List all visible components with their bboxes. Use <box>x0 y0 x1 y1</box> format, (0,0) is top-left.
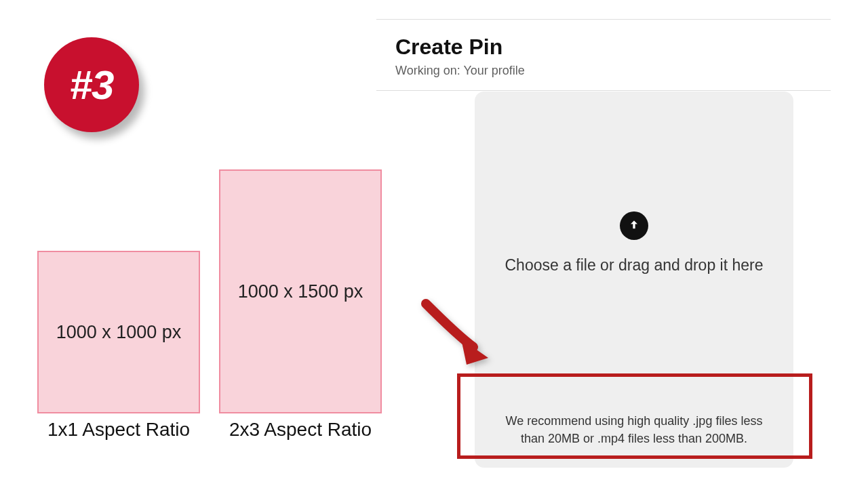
aspect-card-2x3: 1000 x 1500 px <box>219 169 382 413</box>
create-pin-subtitle: Working on: Your profile <box>395 64 831 78</box>
aspect-ratio-labels: 1x1 Aspect Ratio 2x3 Aspect Ratio <box>37 419 382 441</box>
red-arrow-icon <box>420 298 502 366</box>
upload-arrow-icon <box>620 211 648 240</box>
aspect-ratio-cards: 1000 x 1000 px 1000 x 1500 px <box>37 169 382 413</box>
upload-recommendation-text: We recommend using high quality .jpg fil… <box>475 396 793 468</box>
aspect-card-2x3-label: 2x3 Aspect Ratio <box>219 419 382 441</box>
create-pin-title: Create Pin <box>395 35 831 60</box>
aspect-card-2x3-dim: 1000 x 1500 px <box>238 281 363 302</box>
tip-number-text: #3 <box>70 62 114 108</box>
aspect-card-1x1-label: 1x1 Aspect Ratio <box>37 419 200 441</box>
aspect-card-1x1: 1000 x 1000 px <box>37 251 200 413</box>
create-pin-header: Create Pin Working on: Your profile <box>376 19 831 91</box>
tip-number-badge: #3 <box>44 37 139 132</box>
upload-dropzone-body: Choose a file or drag and drop it here <box>475 92 793 396</box>
upload-instruction-text: Choose a file or drag and drop it here <box>505 255 763 276</box>
aspect-card-1x1-dim: 1000 x 1000 px <box>56 322 182 343</box>
upload-dropzone[interactable]: Choose a file or drag and drop it here W… <box>475 92 793 468</box>
